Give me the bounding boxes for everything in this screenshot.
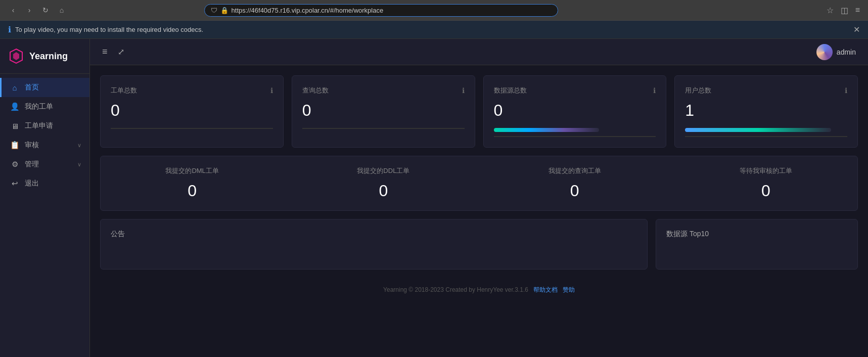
- sponsor-link[interactable]: 赞助: [563, 286, 575, 293]
- gear-icon: ⚙: [10, 160, 20, 169]
- announcement-panel: 公告: [100, 219, 648, 270]
- stat-card-total-queries-bar: [302, 128, 465, 129]
- home-icon: ⌂: [10, 83, 20, 92]
- stat-card-datasources-bar: [494, 136, 656, 137]
- sidebar-navigation: ⌂ 首页 👤 我的工单 🖥 工单申请 📋 审核 ∨ ⚙ 管理 ∨: [0, 74, 89, 357]
- info-icon: ℹ: [8, 25, 11, 34]
- app-container: Yearning ⌂ 首页 👤 我的工单 🖥 工单申请 📋 审核 ∨ ⚙: [0, 39, 868, 357]
- datasource-top10-panel-title: 数据源 Top10: [666, 230, 847, 239]
- svg-marker-1: [13, 52, 19, 60]
- pocket-icon[interactable]: ◫: [839, 5, 850, 16]
- stat-card-users-bar: [685, 136, 847, 137]
- stat-card-total-users-header: 用户总数 ℹ: [685, 86, 847, 95]
- lock-icon: 🔒: [220, 7, 229, 14]
- secondary-stat-queries-title: 我提交的查询工单: [495, 166, 654, 175]
- notification-text: To play video, you may need to install t…: [15, 26, 203, 33]
- stat-card-total-tickets-bar: [111, 128, 273, 129]
- users-progress-bar: [685, 128, 831, 132]
- sidebar-item-my-tickets-label: 我的工单: [25, 102, 81, 111]
- sidebar-item-home[interactable]: ⌂ 首页: [0, 78, 89, 97]
- stat-card-total-datasources-value: 0: [494, 101, 656, 120]
- datasources-progress-bar: [494, 128, 599, 132]
- avatar: [816, 44, 833, 60]
- sidebar-item-my-tickets[interactable]: 👤 我的工单: [0, 97, 89, 116]
- main-content: 工单总数 ℹ 0 查询总数 ℹ 0 数据源总数: [90, 65, 868, 357]
- secondary-stat-ddl: 我提交的DDL工单 0: [292, 156, 475, 210]
- stat-card-total-datasources-info[interactable]: ℹ: [653, 86, 656, 95]
- footer-text: Yearning © 2018-2023 Created by HenryYee…: [383, 286, 528, 293]
- expand-icon[interactable]: ⤢: [118, 47, 124, 57]
- sidebar-item-create-ticket-label: 工单申请: [25, 121, 81, 130]
- logo-icon: [8, 48, 24, 64]
- secondary-stat-pending-value: 0: [687, 182, 845, 200]
- back-button[interactable]: ‹: [6, 3, 20, 17]
- review-icon: 📋: [10, 141, 20, 150]
- sidebar-item-review-label: 审核: [25, 141, 72, 150]
- forward-button[interactable]: ›: [22, 3, 36, 17]
- secondary-stat-dml: 我提交的DML工单 0: [101, 156, 284, 210]
- secondary-stat-ddl-title: 我提交的DDL工单: [304, 166, 463, 175]
- stat-card-total-tickets-info[interactable]: ℹ: [270, 86, 273, 95]
- bookmark-icon[interactable]: ☆: [825, 5, 836, 16]
- help-docs-link[interactable]: 帮助文档: [533, 286, 558, 293]
- shield-icon: 🛡: [211, 7, 217, 14]
- user-icon: 👤: [10, 102, 20, 111]
- stat-card-total-datasources-header: 数据源总数 ℹ: [494, 86, 656, 95]
- secondary-stat-pending: 等待我审核的工单 0: [674, 156, 857, 210]
- stat-card-total-users-title: 用户总数: [685, 86, 711, 95]
- secondary-stat-dml-title: 我提交的DML工单: [113, 166, 271, 175]
- bottom-panels-row: 公告 数据源 Top10: [100, 219, 858, 270]
- home-button[interactable]: ⌂: [55, 3, 69, 17]
- stat-card-total-users: 用户总数 ℹ 1: [674, 75, 858, 148]
- sidebar-logo: Yearning: [0, 39, 89, 74]
- notification-bar: ℹ To play video, you may need to install…: [0, 21, 868, 39]
- header: ≡ ⤢ admin: [90, 39, 868, 65]
- notification-close-button[interactable]: ✕: [853, 25, 860, 34]
- stat-card-total-users-info[interactable]: ℹ: [845, 86, 847, 95]
- stat-card-total-tickets-value: 0: [111, 101, 273, 120]
- datasource-top10-panel: 数据源 Top10: [656, 219, 858, 270]
- stat-card-total-tickets-header: 工单总数 ℹ: [111, 86, 273, 95]
- browser-right-icons: ☆ ◫ ≡: [825, 5, 862, 16]
- stat-card-total-queries-value: 0: [302, 101, 465, 120]
- app-title: Yearning: [29, 51, 68, 62]
- monitor-icon: 🖥: [10, 122, 20, 130]
- secondary-stat-queries: 我提交的查询工单 0: [483, 156, 666, 210]
- stat-card-total-queries-title: 查询总数: [302, 86, 329, 95]
- chevron-down-icon-2: ∨: [77, 161, 81, 168]
- stat-card-total-users-value: 1: [685, 101, 847, 120]
- sidebar: Yearning ⌂ 首页 👤 我的工单 🖥 工单申请 📋 审核 ∨ ⚙: [0, 39, 90, 357]
- sidebar-item-logout-label: 退出: [25, 179, 81, 188]
- stat-card-total-tickets: 工单总数 ℹ 0: [100, 75, 284, 148]
- browser-chrome: ‹ › ↻ ⌂ 🛡 🔒 ☆ ◫ ≡: [0, 0, 868, 21]
- stat-card-total-queries: 查询总数 ℹ 0: [292, 75, 475, 148]
- stat-card-total-datasources: 数据源总数 ℹ 0: [483, 75, 667, 148]
- more-icon[interactable]: ≡: [853, 5, 862, 16]
- sidebar-item-create-ticket[interactable]: 🖥 工单申请: [0, 116, 89, 136]
- stat-card-total-queries-info[interactable]: ℹ: [462, 86, 465, 95]
- secondary-stat-queries-value: 0: [495, 182, 654, 200]
- announcement-panel-title: 公告: [111, 230, 637, 239]
- stats-row: 工单总数 ℹ 0 查询总数 ℹ 0 数据源总数: [100, 75, 858, 148]
- sidebar-item-review[interactable]: 📋 审核 ∨: [0, 136, 89, 155]
- username-label: admin: [837, 48, 856, 56]
- sidebar-item-home-label: 首页: [25, 83, 81, 92]
- address-bar[interactable]: 🛡 🔒: [204, 4, 558, 17]
- browser-toolbar: ‹ › ↻ ⌂ 🛡 🔒 ☆ ◫ ≡: [0, 0, 868, 20]
- sidebar-item-logout[interactable]: ↩ 退出: [0, 174, 89, 193]
- header-user[interactable]: admin: [816, 44, 856, 60]
- hamburger-icon[interactable]: ≡: [102, 47, 108, 57]
- chevron-down-icon: ∨: [77, 142, 81, 149]
- reload-button[interactable]: ↻: [38, 3, 53, 17]
- secondary-stat-pending-title: 等待我审核的工单: [687, 166, 845, 175]
- url-input[interactable]: [232, 7, 552, 14]
- secondary-stat-ddl-value: 0: [304, 182, 463, 200]
- secondary-stat-dml-value: 0: [113, 182, 271, 200]
- main-area: ≡ ⤢ admin 工单总数 ℹ 0: [90, 39, 868, 357]
- browser-nav-buttons: ‹ › ↻ ⌂: [6, 3, 69, 17]
- stat-card-total-queries-header: 查询总数 ℹ: [302, 86, 465, 95]
- logout-icon: ↩: [10, 179, 20, 188]
- sidebar-item-manage[interactable]: ⚙ 管理 ∨: [0, 155, 89, 174]
- stat-card-total-datasources-title: 数据源总数: [494, 86, 527, 95]
- secondary-stats-row: 我提交的DML工单 0 我提交的DDL工单 0 我提交的查询工单 0 等待我审核…: [100, 156, 858, 211]
